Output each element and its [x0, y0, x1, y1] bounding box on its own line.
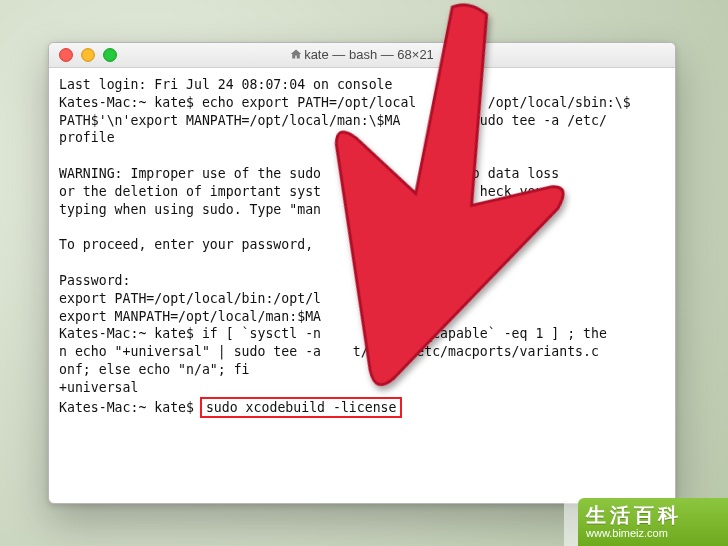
- close-button[interactable]: [59, 48, 73, 62]
- line: Last login: Fri Jul 24 08:07:04 on conso…: [59, 77, 392, 92]
- line: n echo "+universal" | sudo tee -a: [59, 344, 321, 359]
- terminal-window: kate — bash — 68×21 Last login: Fri Jul …: [48, 42, 676, 504]
- line: onf; else echo "n/a"; fi: [59, 362, 250, 377]
- line: Password:: [59, 273, 130, 288]
- line: Kates-Mac:~ kate$ if [ `sysctl -n: [59, 326, 321, 341]
- line: Kates-Mac:~ kate$ echo export PATH=/opt/…: [59, 95, 416, 110]
- traffic-lights: [59, 48, 117, 62]
- watermark: 生活百科 www.bimeiz.com: [578, 498, 728, 546]
- line: +universal: [59, 380, 138, 395]
- line: lead to data loss: [424, 166, 559, 181]
- window-title: kate — bash — 68×21: [49, 47, 675, 63]
- line: WARNING: Improper use of the sudo: [59, 166, 321, 181]
- zoom-button[interactable]: [103, 48, 117, 62]
- line: ATH: [424, 291, 448, 306]
- line: or the deletion of important syst: [59, 184, 321, 199]
- home-icon: [290, 48, 302, 63]
- line: heck your: [480, 184, 551, 199]
- line: typing when using sudo. Type "man: [59, 202, 321, 217]
- line: sudo tee -a /etc/: [464, 113, 607, 128]
- line: t/local/etc/macports/variants.c: [353, 344, 599, 359]
- terminal-output[interactable]: Last login: Fri Jul 24 08:07:04 on conso…: [49, 68, 675, 428]
- window-title-text: kate — bash — 68×21: [304, 47, 434, 62]
- line: export MANPATH=/opt/local/man:$MA: [59, 309, 321, 324]
- page-indicator: [564, 498, 578, 546]
- line: 64bit_capable` -eq 1 ] ; the: [385, 326, 607, 341]
- watermark-title: 生活百科: [586, 505, 728, 525]
- command-text: sudo xcodebuild -license: [206, 400, 397, 415]
- line: PATH$'\n'export MANPATH=/opt/local/man:\…: [59, 113, 400, 128]
- line: To proceed, enter your password,: [59, 237, 313, 252]
- minimize-button[interactable]: [81, 48, 95, 62]
- line: /opt/local/sbin:\$: [488, 95, 631, 110]
- line: tion.: [472, 202, 512, 217]
- watermark-url: www.bimeiz.com: [586, 527, 728, 539]
- titlebar[interactable]: kate — bash — 68×21: [49, 43, 675, 68]
- highlighted-command: sudo xcodebuild -license: [200, 397, 403, 419]
- line: profile: [59, 130, 115, 145]
- prompt: Kates-Mac:~ kate$: [59, 400, 202, 415]
- line: export PATH=/opt/local/bin:/opt/l: [59, 291, 321, 306]
- line: abort.: [456, 237, 504, 252]
